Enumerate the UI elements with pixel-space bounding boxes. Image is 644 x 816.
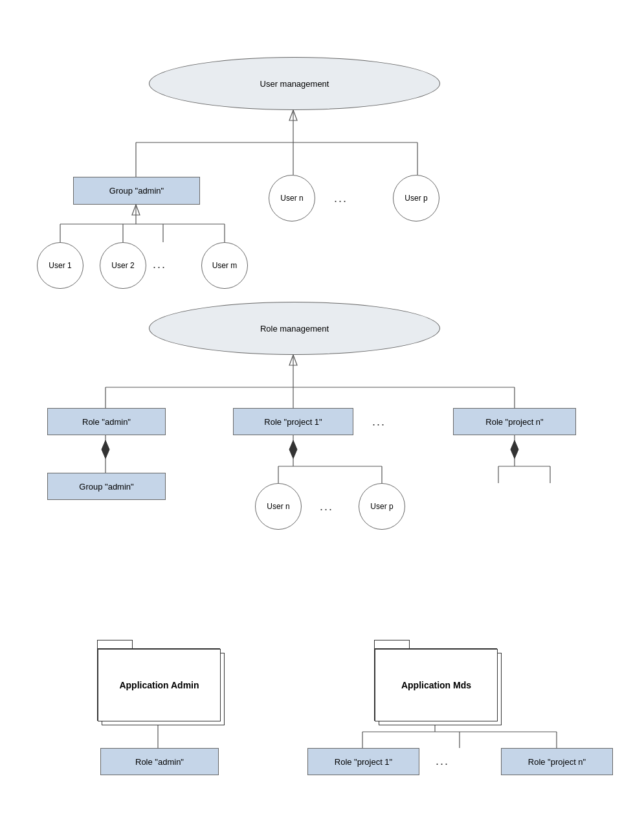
dots-role-users: ... (320, 500, 333, 514)
role-project1-label: Role "project 1" (264, 417, 322, 427)
app-mds-label: Application Mds (401, 680, 471, 690)
svg-marker-1 (289, 110, 297, 120)
svg-marker-29 (511, 440, 518, 459)
role-project1-rect: Role "project 1" (233, 408, 353, 435)
svg-marker-14 (289, 355, 297, 365)
user-2-label: User 2 (111, 261, 134, 270)
app-mds-folder-body: Application Mds (374, 648, 497, 721)
user-p-circle-top: User p (393, 175, 439, 221)
svg-marker-7 (132, 205, 140, 215)
user-management-label: User management (260, 79, 329, 89)
user-p-role-label: User p (370, 502, 393, 511)
svg-marker-20 (102, 440, 109, 459)
group-admin-rect-top: Group "admin" (73, 177, 200, 205)
role-admin-app-rect: Role "admin" (100, 748, 219, 775)
role-projectn-rect: Role "project n" (453, 408, 576, 435)
role-projectn-app-label: Role "project n" (528, 757, 586, 767)
role-management-ellipse: Role management (149, 302, 440, 355)
role-admin-label: Role "admin" (82, 417, 131, 427)
user-p-label: User p (405, 194, 427, 203)
svg-marker-23 (289, 440, 297, 459)
group-admin-label: Group "admin" (109, 186, 164, 196)
user-p-circle-role: User p (359, 483, 405, 530)
user-n-role-label: User n (267, 502, 289, 511)
user-1-label: User 1 (49, 261, 71, 270)
role-projectn-app-rect: Role "project n" (501, 748, 613, 775)
user-n-circle-role: User n (255, 483, 302, 530)
user-1-circle: User 1 (37, 242, 83, 289)
user-2-circle: User 2 (100, 242, 146, 289)
role-admin-app-label: Role "admin" (135, 757, 184, 767)
user-n-circle-top: User n (269, 175, 315, 221)
dots-roles-middle: ... (372, 415, 386, 429)
user-n-label: User n (280, 194, 303, 203)
user-m-circle: User m (201, 242, 248, 289)
app-admin-folder: Application Admin (97, 640, 220, 721)
role-project1-app-rect: Role "project 1" (307, 748, 419, 775)
user-m-label: User m (212, 261, 238, 270)
app-admin-folder-tab (97, 640, 133, 648)
role-projectn-label: Role "project n" (485, 417, 543, 427)
app-mds-folder: Application Mds (374, 640, 497, 721)
dots-sub-left: ... (153, 258, 166, 271)
app-admin-label: Application Admin (119, 680, 199, 690)
role-admin-rect: Role "admin" (47, 408, 166, 435)
user-management-ellipse: User management (149, 57, 440, 110)
app-mds-folder-tab (374, 640, 410, 648)
dots-top-right: ... (334, 192, 348, 205)
role-project1-app-label: Role "project 1" (335, 757, 392, 767)
group-admin-rect-bottom: Group "admin" (47, 473, 166, 500)
dots-app-roles: ... (436, 754, 449, 768)
group-admin-role-label: Group "admin" (79, 482, 133, 492)
role-management-label: Role management (260, 324, 329, 334)
app-admin-folder-body: Application Admin (97, 648, 220, 721)
diagram-container: User management Group "admin" User n ...… (0, 0, 644, 816)
